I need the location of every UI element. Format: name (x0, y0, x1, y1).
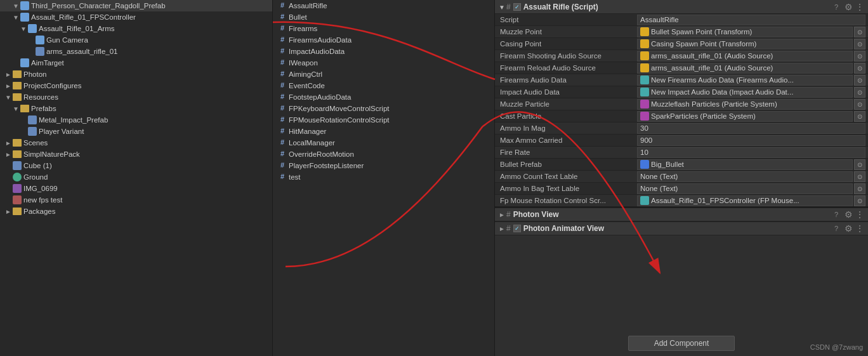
hierarchy-arrow-2 (20, 25, 27, 32)
project-item[interactable]: #test (273, 171, 494, 183)
project-item[interactable]: #FPMouseRotationControlScript (273, 114, 494, 126)
project-icon-11: # (278, 127, 287, 136)
property-row-10: Max Ammo Carried900 (495, 135, 868, 147)
project-item[interactable]: #LocalManager (273, 137, 494, 148)
project-item[interactable]: #ImpactAudioData (273, 46, 494, 57)
prop-value-3[interactable]: arms_assault_rifle_01 (Audio Source) (637, 51, 853, 62)
animator-help-icon[interactable]: ? (834, 225, 838, 232)
prop-value-7[interactable]: Muzzleflash Particles (Particle System) (637, 99, 853, 110)
hierarchy-item[interactable]: new fps test (0, 194, 272, 206)
help-icon[interactable]: ? (834, 3, 838, 11)
project-item[interactable]: #FirearmsAudioData (273, 34, 494, 46)
prop-icon-5 (640, 76, 649, 84)
prop-select-btn-1[interactable]: ⊙ (854, 27, 865, 37)
project-item[interactable]: #EventCode (273, 80, 494, 91)
project-item[interactable]: #HitManager (273, 126, 494, 137)
prop-value-text-13: None (Text) (640, 173, 678, 180)
hierarchy-item[interactable]: Scenes (0, 137, 272, 148)
hierarchy-item[interactable]: Packages (0, 206, 272, 217)
hierarchy-item[interactable]: ProjectConfigures (0, 80, 272, 91)
prop-value-14[interactable]: None (Text) (637, 183, 853, 194)
hierarchy-item[interactable]: Metal_Impact_Prefab (0, 114, 272, 126)
hierarchy-item[interactable]: Gun Camera (0, 34, 272, 46)
photon-menu-icon[interactable]: ⋮ (855, 209, 864, 220)
prop-value-12[interactable]: Big_Bullet (637, 159, 853, 170)
component-arrow[interactable] (499, 4, 505, 10)
hierarchy-item[interactable]: Resources (0, 91, 272, 103)
prop-label-3: Firearm Shooting Audio Source (497, 52, 637, 60)
project-item[interactable]: #IWeapon (273, 57, 494, 69)
property-row-7: Muzzle ParticleMuzzleflash Particles (Pa… (495, 98, 868, 110)
animator-menu-icon[interactable]: ⋮ (855, 223, 864, 234)
prop-value-text-5: New Firearms Audio Data (Firearms Audio.… (651, 76, 794, 84)
prop-select-btn-14[interactable]: ⊙ (854, 183, 865, 194)
prop-select-btn-3[interactable]: ⊙ (854, 51, 865, 62)
project-icon-10: # (278, 115, 287, 124)
animator-checkbox[interactable] (513, 225, 521, 232)
project-item[interactable]: #FootstepAudioData (273, 91, 494, 103)
hierarchy-item[interactable]: AimTarget (0, 57, 272, 69)
prop-select-btn-5[interactable]: ⊙ (854, 75, 865, 86)
prop-label-6: Impact Audio Data (497, 88, 637, 96)
hierarchy-icon-9 (20, 105, 29, 112)
prop-value-8[interactable]: SparkParticles (Particle System) (637, 111, 853, 122)
hierarchy-item[interactable]: Cube (1) (0, 160, 272, 171)
prop-select-btn-2[interactable]: ⊙ (854, 39, 865, 49)
project-item[interactable]: #Bullet (273, 11, 494, 23)
prop-value-11[interactable]: 10 (637, 147, 865, 158)
project-item[interactable]: #FPKeyboardMoveControlScript (273, 103, 494, 114)
hierarchy-item[interactable]: Ground (0, 171, 272, 183)
project-item[interactable]: #AssaultRifle (273, 0, 494, 11)
hierarchy-item[interactable]: Assault_Rifle_01_FPSController (0, 11, 272, 23)
prop-value-13[interactable]: None (Text) (637, 171, 853, 182)
prop-select-btn-15[interactable]: ⊙ (854, 195, 865, 206)
hierarchy-item[interactable]: Assault_Rifle_01_Arms (0, 23, 272, 34)
hierarchy-text-5: AimTarget (31, 59, 64, 67)
photon-gear-icon[interactable]: ⚙ (845, 209, 853, 220)
photon-view-header: # Photon View ? ⚙ ⋮ (495, 208, 868, 221)
hierarchy-arrow-8 (5, 94, 11, 100)
hierarchy-item[interactable]: SimplNaturePack (0, 148, 272, 160)
component-checkbox[interactable] (513, 3, 521, 11)
menu-icon[interactable]: ⋮ (855, 2, 864, 12)
hierarchy-item[interactable]: Prefabs (0, 103, 272, 114)
project-text-13: OverrideRootMotion (289, 150, 354, 158)
prop-select-btn-8[interactable]: ⊙ (854, 111, 865, 122)
animator-arrow[interactable] (499, 225, 505, 232)
hierarchy-icon-15 (13, 173, 22, 181)
prop-value-text-9: 30 (640, 124, 648, 132)
hierarchy-item[interactable]: arms_assault_rifle_01 (0, 46, 272, 57)
prop-value-6[interactable]: New Impact Audio Data (Impact Audio Dat.… (637, 87, 853, 98)
gear-icon[interactable]: ⚙ (845, 2, 853, 12)
prop-value-2[interactable]: Casing Spawn Point (Transform) (637, 39, 853, 49)
add-component-button[interactable]: Add Component (628, 336, 735, 351)
prop-value-text-2: Casing Spawn Point (Transform) (651, 40, 756, 48)
prop-select-btn-7[interactable]: ⊙ (854, 99, 865, 110)
photon-help-icon[interactable]: ? (834, 211, 838, 218)
prop-value-4[interactable]: arms_assault_rifle_01 (Audio Source) (637, 63, 853, 74)
prop-select-btn-12[interactable]: ⊙ (854, 159, 865, 170)
prop-value-15[interactable]: Assault_Rifle_01_FPSController (FP Mouse… (637, 195, 853, 206)
prop-select-btn-6[interactable]: ⊙ (854, 87, 865, 98)
animator-gear-icon[interactable]: ⚙ (845, 223, 853, 234)
prop-label-7: Muzzle Particle (497, 100, 637, 108)
hierarchy-item[interactable]: IMG_0699 (0, 183, 272, 194)
prop-label-2: Casing Point (497, 40, 637, 48)
hierarchy-text-14: Cube (1) (23, 162, 52, 169)
project-item[interactable]: #Firearms (273, 23, 494, 34)
project-item[interactable]: #AimingCtrl (273, 69, 494, 80)
prop-value-10[interactable]: 900 (637, 135, 865, 146)
prop-select-btn-13[interactable]: ⊙ (854, 171, 865, 182)
hierarchy-icon-1 (20, 13, 29, 22)
hierarchy-item[interactable]: Photon (0, 69, 272, 80)
prop-value-5[interactable]: New Firearms Audio Data (Firearms Audio.… (637, 75, 853, 86)
prop-select-btn-4[interactable]: ⊙ (854, 63, 865, 74)
hierarchy-item[interactable]: Third_Person_Character_Ragdoll_Prefab (0, 0, 272, 11)
project-item[interactable]: #OverrideRootMotion (273, 148, 494, 160)
hierarchy-item[interactable]: Player Variant (0, 126, 272, 137)
prop-value-9[interactable]: 30 (637, 123, 865, 134)
photon-arrow[interactable] (499, 211, 505, 218)
property-row-6: Impact Audio DataNew Impact Audio Data (… (495, 86, 868, 98)
project-item[interactable]: #PlayerFootstepListener (273, 160, 494, 171)
prop-value-1[interactable]: Bullet Spawn Point (Transform) (637, 27, 853, 37)
